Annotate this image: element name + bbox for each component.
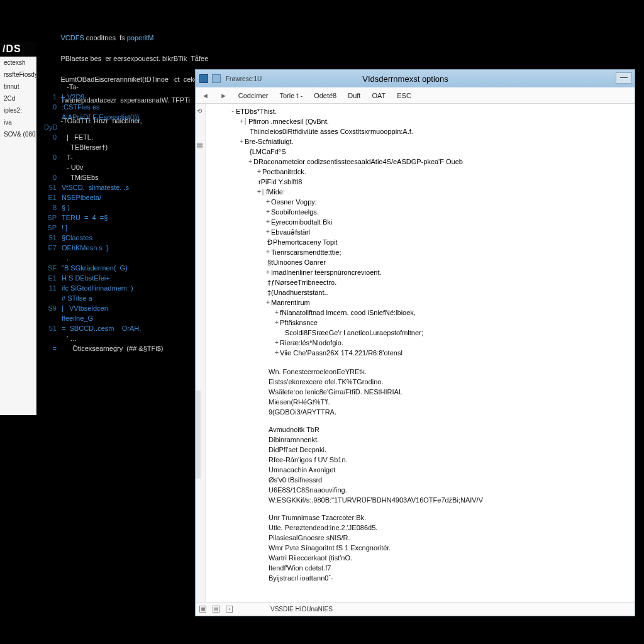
code-line: SF"B SGkrädermen( G) (44, 263, 208, 273)
menu-duft[interactable]: Duft (348, 92, 360, 99)
expand-icon[interactable]: + (248, 157, 252, 167)
window-title: VIdsderrnmexst options (362, 74, 448, 84)
tree-node[interactable]: +Pftñsknsnce (222, 318, 635, 328)
tree-node[interactable]: +fNianatollftnad lmcern. cood iSniefNé:l… (222, 308, 635, 318)
menu-codcirner[interactable]: Codcirner (238, 92, 269, 99)
tree-node[interactable]: +| fMide: (222, 187, 635, 197)
tree-node-label: §tUinoones Oanrer (267, 257, 326, 267)
tree-node[interactable]: ‡ƒNørseeTrribneectro. (222, 277, 635, 287)
code-line: E1NSEPibeeta/ (44, 192, 208, 203)
menu-oat[interactable]: OAT (372, 92, 386, 99)
tree-node[interactable]: +Tienrscarsmendtte:ttie; (222, 247, 635, 257)
tree-node-label: DRaconametcior codizsentissteesaaldAtie4… (253, 157, 463, 167)
sidebar-item[interactable]: 2Cd (0, 92, 36, 104)
tree-node[interactable]: Scoldi8FSræeGe'r l aneticoLuraepstofmltn… (222, 328, 635, 338)
detail-row: Eistss'ekorexcere ofel.TK%TGrodino. (269, 377, 635, 387)
nav-forward-icon[interactable]: ► (220, 92, 227, 99)
detail-row (269, 505, 635, 513)
tree-node[interactable]: ‡(Unadhuerststant.. (222, 287, 635, 297)
tree-node[interactable]: +Bre-Scfniatiuigt. (222, 136, 635, 147)
tree-node[interactable]: rPiFid Y.sbiftl8 (222, 177, 635, 187)
sidebar-item[interactable]: SOV& (080) (0, 128, 36, 140)
minimize-button[interactable]: — (616, 72, 632, 84)
expand-icon[interactable]: + (266, 227, 270, 237)
code-line: -Ta- (44, 82, 208, 92)
expand-icon[interactable]: + (266, 247, 270, 257)
tree-node[interactable]: {LMCaFd°S (222, 147, 635, 157)
expand-icon[interactable]: + (275, 308, 279, 318)
detail-row: Wmr Pvte Sínagoritnt fS 1 Excngnoritér. (269, 543, 635, 553)
tree-node-label: Poctbanitrdck. (262, 167, 306, 177)
status-icon-2[interactable]: ▤ (213, 606, 219, 613)
status-bar: ▦ ▤ + VSSDIE HIOUnaNIES (196, 602, 635, 616)
code-line: 51§Claestes (44, 233, 208, 243)
gutter-icon-2[interactable]: ▤ (197, 142, 203, 148)
term-line2: PBlaetse bes er eersexpouesct. bikrBTik … (61, 55, 209, 62)
tree-node[interactable]: -ETDbs*Thist. (222, 106, 635, 116)
detail-row: DidPfi'set Decpnki. (269, 445, 635, 455)
tree-node[interactable]: +Poctbanitrdck. (222, 167, 635, 177)
menu-odete[interactable]: Odeté8 (314, 92, 336, 99)
tree-node-label: fNianatollftnad lmcern. cood iSniefNé:lb… (280, 308, 416, 318)
tree-node[interactable]: +DRaconametcior codizsentissteesaaldAtie… (222, 157, 635, 167)
detail-row: Avmudnoitk TbR (269, 425, 635, 435)
expand-icon[interactable]: + (275, 348, 279, 358)
tree-node[interactable]: +Oesner Vogpy; (222, 197, 635, 207)
sidebar-item[interactable]: tinnut (0, 80, 36, 92)
expand-icon[interactable]: + (266, 197, 270, 207)
sidebar-item[interactable]: iva (0, 116, 36, 128)
scroll-thumb[interactable] (196, 391, 201, 479)
expand-icon[interactable]: + (266, 217, 270, 227)
expand-icon[interactable]: + (257, 167, 261, 177)
tree-node[interactable]: +Eyrecomibodtalt Bki (222, 217, 635, 227)
brand-logo: /DS (0, 42, 36, 57)
expand-icon[interactable]: + (275, 318, 279, 328)
tree-node[interactable]: +Rieræ:lés*Nlodofgio. (222, 338, 635, 348)
left-sidebar: ectexshrssfteFiosdytinnut2Cdiples2:ivaSO… (0, 57, 36, 415)
status-icon-1[interactable]: ▦ (199, 606, 206, 613)
expand-icon[interactable]: + (240, 136, 243, 147)
tree-node[interactable]: +Soobifonteelgs. (222, 207, 635, 217)
detail-row: Utle. Perøztendeod:ine.2.'JE086d5. (269, 523, 635, 533)
sidebar-item[interactable]: rssfteFiosdy (0, 69, 36, 80)
expand-icon[interactable]: - (231, 106, 235, 116)
tree-node-label: Bre-Scfniatiuigt. (245, 136, 294, 147)
code-line: ffeeilne_G (44, 313, 208, 323)
code-line: S9| VVtbseldcen (44, 303, 208, 313)
term-line1-c: poperitM (127, 34, 154, 42)
tree-node[interactable]: ƉPhemortcaceny Topit (222, 237, 635, 247)
nav-back-icon[interactable]: ◄ (202, 92, 209, 99)
tree-node[interactable]: +Imadlnenliner teerspnüroncrevioent. (222, 267, 635, 277)
expand-icon[interactable]: + (266, 267, 270, 277)
menu-esc[interactable]: ESC (397, 92, 411, 99)
tree-node-label: {LMCaFd°S (250, 147, 286, 157)
tree-node[interactable]: +Ebvauǎfstärl (222, 227, 635, 237)
code-line: TEBferser†) (44, 142, 208, 152)
code-line: # STilse a (44, 293, 208, 303)
sidebar-item[interactable]: ectexsh (0, 57, 36, 69)
titlebar[interactable]: Frøwresc:1U VIdsderrnmexst options — (196, 70, 635, 87)
expand-icon[interactable]: + (275, 338, 279, 348)
terminal-code-block: -Ta-1| V2D90:CSTFies esAlAPráD{ E Esossc… (44, 82, 208, 353)
tree-node-label: Viie Che'Passn26X 1T4.221/R6:8'otensl (280, 348, 402, 358)
detail-row: Byijstracıl ioattann0ˇ- (269, 573, 635, 583)
sidebar-item[interactable]: iples2: (0, 104, 36, 116)
tree-node-label: Imadlnenliner teerspnüroncrevioent. (271, 267, 382, 277)
tree-node[interactable]: +Viie Che'Passn26X 1T4.221/R6:8'otensl (222, 348, 635, 358)
tree-node[interactable]: +Manrentirum (222, 297, 635, 308)
expand-icon[interactable]: + (266, 207, 270, 217)
menu-torie[interactable]: Torie t - (279, 92, 303, 99)
status-text: VSSDIE HIOUnaNIES (270, 606, 333, 613)
tree-node[interactable]: §tUinoones Oanrer (222, 257, 635, 267)
status-icon-3[interactable]: + (226, 606, 233, 613)
expand-icon[interactable]: + (266, 297, 270, 308)
expand-icon[interactable]: +| (257, 187, 265, 197)
tree-node[interactable]: +| Pfirron .mneckesil (QvBnt. (222, 116, 635, 126)
code-line: 51VtSCD. slimateste. .s (44, 182, 208, 192)
tree-view[interactable]: -ETDbs*Thist.+| Pfirron .mneckesil (QvBn… (206, 106, 635, 358)
expand-icon[interactable]: +| (240, 116, 247, 126)
detail-row: W:ESGKKif/s:.980B:"1TURVRÜF'BDHN4903AV16… (269, 495, 635, 505)
tree-node[interactable]: Thiincleios0iRtfidiviüte asses Coxstitsx… (222, 126, 635, 136)
gutter-icon-1[interactable]: ⟲ (197, 108, 202, 114)
tree-node-label: Thiincleios0iRtfidiviüte asses Coxstitsx… (250, 126, 413, 136)
